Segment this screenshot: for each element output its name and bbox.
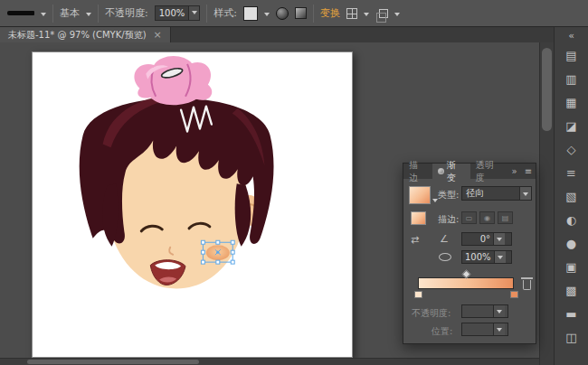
appearance-panel-icon[interactable]: ●	[560, 232, 583, 254]
selection-handle[interactable]	[201, 240, 204, 244]
symbols-panel-icon[interactable]: ◇	[560, 138, 583, 160]
gradient-across-stroke-icon[interactable]: ▤	[498, 211, 513, 224]
delete-stop-icon[interactable]	[523, 280, 531, 290]
reverse-gradient-icon[interactable]: ⇄	[411, 234, 419, 246]
graphic-styles-panel-icon[interactable]: ▣	[560, 256, 583, 277]
girl-face-artwork	[33, 52, 352, 357]
color-guide-panel-icon[interactable]: ▥	[560, 68, 583, 89]
gradient-tab-icon	[438, 168, 444, 174]
transparency-panel-icon[interactable]: ◐	[560, 209, 583, 230]
align-options-icon[interactable]	[346, 8, 357, 19]
toolbar-separator	[206, 5, 207, 23]
gradient-type-dropdown[interactable]: 径向	[461, 186, 532, 201]
toolbar-separator	[52, 5, 53, 23]
document-tab[interactable]: 未标题-11* @ 97% (CMYK/预览) ×	[0, 27, 171, 42]
layers-panel-icon[interactable]: ▩	[560, 279, 583, 301]
align-caret-icon[interactable]	[364, 13, 369, 19]
stroke-panel-icon[interactable]: ≡	[560, 162, 583, 183]
stroke-gradient-options: ▭ ◉ ▤	[461, 211, 513, 224]
stop-location-field	[461, 323, 508, 336]
document-tab-bar: 未标题-11* @ 97% (CMYK/预览) ×	[0, 27, 554, 42]
gradient-fill-swatch[interactable]	[409, 186, 431, 204]
selection-handle[interactable]	[216, 260, 220, 264]
gradient-stop-right[interactable]	[510, 291, 518, 298]
gradient-type-caret-icon[interactable]	[519, 187, 531, 200]
brush-style-dropdown[interactable]: 基本	[60, 6, 80, 20]
tab-transparency[interactable]: 透明度	[470, 164, 508, 179]
pathfinder-panel-icon[interactable]: ◫	[560, 326, 583, 348]
brush-dropdown-caret-icon[interactable]	[41, 13, 46, 19]
selection-handle[interactable]	[201, 250, 204, 254]
tab-stroke[interactable]: 描边	[403, 164, 432, 179]
aspect-ratio-field[interactable]: 100%	[461, 250, 512, 264]
selection-handle[interactable]	[231, 260, 234, 264]
style-caret-icon[interactable]	[264, 13, 270, 19]
toolbar-separator	[98, 5, 99, 23]
brush-style-caret-icon[interactable]	[86, 13, 91, 19]
isolate-mode-icon[interactable]	[379, 9, 388, 18]
type-label: 类型:	[438, 189, 459, 201]
selection-handle[interactable]	[201, 260, 204, 264]
angle-icon: ∠	[440, 233, 449, 245]
selection-handle[interactable]	[231, 240, 234, 244]
artboard[interactable]	[32, 51, 353, 358]
selection-handle[interactable]	[216, 240, 220, 244]
vertical-scrollbar-thumb[interactable]	[542, 48, 552, 131]
gradient-within-stroke-icon[interactable]: ▭	[461, 211, 477, 224]
toolbar-separator	[313, 5, 314, 23]
gradient-angle-value[interactable]: 0°	[462, 233, 493, 245]
gradient-angle-field[interactable]: 0°	[461, 232, 512, 246]
aspect-ratio-value[interactable]: 100%	[462, 251, 494, 263]
stop-opacity-label: 不透明度:	[412, 307, 450, 320]
horizontal-scrollbar-thumb[interactable]	[27, 360, 199, 364]
style-swatch[interactable]	[243, 6, 258, 21]
align-panel-icon[interactable]: ▬	[560, 303, 583, 324]
isolate-caret-icon[interactable]	[394, 13, 400, 19]
stroke-row-label: 描边:	[438, 213, 459, 226]
stop-location-caret-icon	[493, 323, 505, 335]
gradient-panel-body: 类型: 径向 描边: ▭ ◉ ▤ ⇄ ∠ 0° 100%	[403, 179, 536, 343]
dock-expand-icon[interactable]: «	[568, 29, 574, 43]
tab-gradient[interactable]: 渐变	[432, 164, 470, 179]
bow-shape[interactable]	[135, 56, 213, 105]
aspect-ratio-caret-icon[interactable]	[494, 251, 506, 263]
panel-collapse-icon[interactable]: »	[508, 164, 521, 179]
gradient-slider-zone	[409, 271, 532, 300]
transform-link[interactable]: 变换	[320, 6, 340, 20]
gradient-stop-left[interactable]	[414, 291, 422, 298]
panel-menu-icon[interactable]: ≡	[521, 164, 536, 179]
stop-location-label: 位置:	[432, 325, 452, 338]
selection-handle[interactable]	[231, 250, 234, 254]
document-tab-title: 未标题-11* @ 97% (CMYK/预览)	[8, 29, 147, 42]
stop-opacity-caret-icon	[493, 305, 505, 317]
document-tab-close-icon[interactable]: ×	[154, 29, 162, 41]
control-bar: 基本 不透明度: 100% 样式: 变换	[0, 0, 588, 27]
illustrator-window: { "toolbar": { "brush_style": "基本", "opa…	[0, 0, 588, 365]
stop-opacity-value	[462, 305, 493, 317]
swatches-panel-icon[interactable]: ▦	[560, 91, 583, 113]
gradient-panel-icon[interactable]: ▧	[560, 185, 583, 207]
opacity-caret-icon[interactable]	[188, 6, 199, 20]
aspect-ratio-icon	[439, 253, 451, 261]
panel-dock: « ▤ ▥ ▦ ◪ ◇ ≡ ▧ ◐ ● ▣ ▩ ▬ ◫	[554, 27, 588, 365]
gradient-panel: 描边 渐变 透明度 » ≡ 类型: 径向 描边: ▭	[403, 163, 536, 344]
stop-location-value	[462, 323, 493, 335]
gradient-angle-caret-icon[interactable]	[493, 233, 505, 245]
recolor-artwork-icon[interactable]	[295, 7, 307, 19]
opacity-label: 不透明度:	[105, 6, 148, 20]
brush-stroke-preview-icon[interactable]	[7, 11, 34, 15]
color-panel-icon[interactable]: ▤	[560, 44, 583, 66]
gradient-along-stroke-icon[interactable]: ◉	[479, 211, 495, 224]
panel-tab-bar: 描边 渐变 透明度 » ≡	[403, 164, 536, 179]
style-label: 样式:	[213, 6, 237, 20]
gradient-type-value: 径向	[462, 187, 519, 200]
horizontal-scrollbar[interactable]	[0, 358, 539, 365]
brushes-panel-icon[interactable]: ◪	[560, 115, 583, 136]
shape-mode-icon[interactable]	[276, 7, 289, 20]
opacity-field[interactable]: 100%	[155, 5, 201, 21]
stroke-gradient-swatch[interactable]	[411, 211, 426, 225]
stop-opacity-field	[461, 304, 508, 318]
opacity-value[interactable]: 100%	[156, 8, 189, 18]
vertical-scrollbar[interactable]	[539, 42, 554, 365]
